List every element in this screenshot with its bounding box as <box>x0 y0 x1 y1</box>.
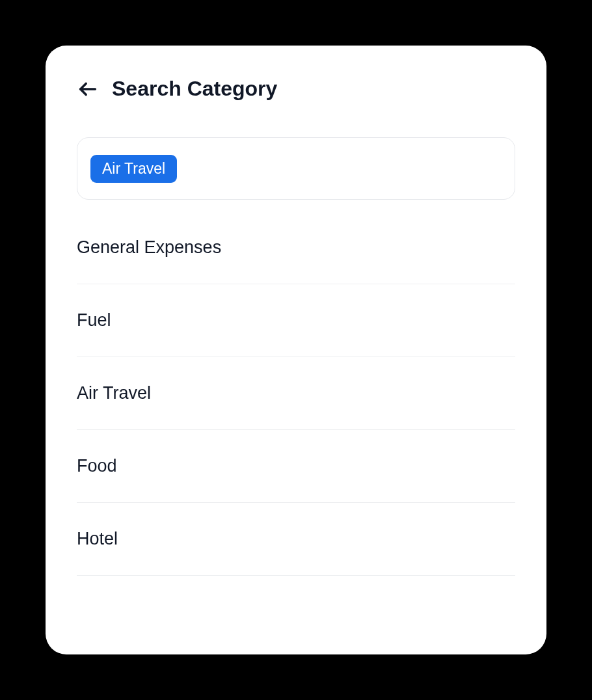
search-input[interactable]: Air Travel <box>77 137 515 200</box>
header: Search Category <box>77 77 515 101</box>
category-option[interactable]: Food <box>77 430 515 503</box>
selected-category-chip[interactable]: Air Travel <box>90 155 177 183</box>
page-title: Search Category <box>112 77 277 101</box>
category-list: General Expenses Fuel Air Travel Food Ho… <box>77 215 515 576</box>
category-option[interactable]: General Expenses <box>77 215 515 284</box>
category-option[interactable]: Hotel <box>77 503 515 576</box>
category-search-card: Search Category Air Travel General Expen… <box>46 46 546 654</box>
back-arrow-icon[interactable] <box>77 78 99 100</box>
category-option[interactable]: Fuel <box>77 284 515 357</box>
category-option[interactable]: Air Travel <box>77 357 515 430</box>
